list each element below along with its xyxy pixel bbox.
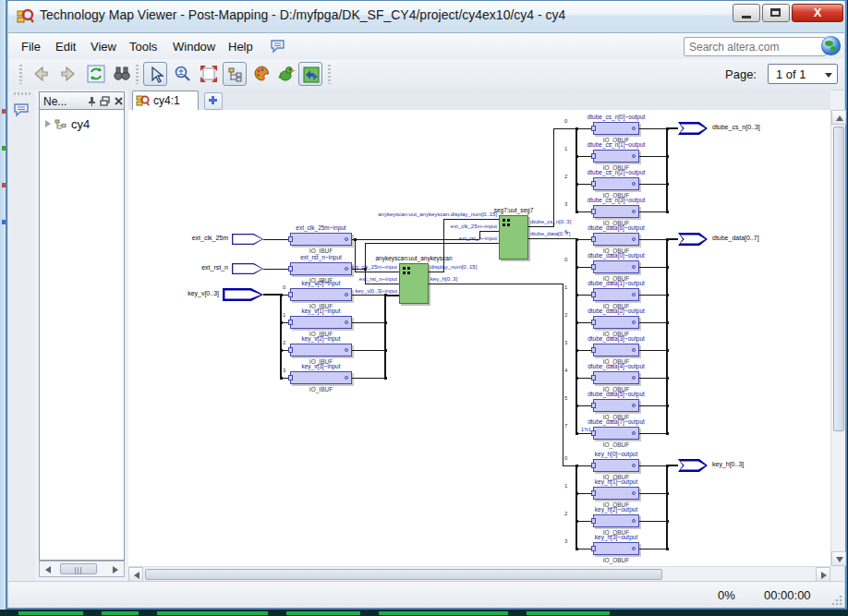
scroll-up-button[interactable] [831,110,846,125]
navigator-title: Ne... [43,95,67,108]
note-bubble-icon[interactable] [13,101,31,119]
title-bar[interactable]: Technology Map Viewer - Post-Mapping - D… [8,1,844,33]
io-buffer[interactable] [593,542,639,555]
bit-index-label: 2 [564,312,575,318]
canvas-vscrollbar[interactable] [830,110,845,566]
scroll-down-button[interactable] [831,551,846,566]
search-input[interactable] [684,37,826,56]
search-globe-icon[interactable] [821,36,841,55]
io-buffer[interactable] [290,371,352,384]
wire [479,231,499,232]
minimize-icon [742,16,751,18]
io-buffer[interactable] [593,487,639,500]
expand-arrow-icon[interactable] [45,120,51,127]
find-button[interactable] [110,62,134,86]
pan-view-button[interactable] [298,62,322,86]
scrollbar-thumb[interactable] [60,563,97,574]
maximize-icon [770,8,781,17]
buffer-input-stub [591,264,596,270]
io-buffer[interactable] [593,459,639,472]
toolbar-grip[interactable] [328,65,331,84]
progress-percent: 0% [718,588,735,602]
output-bus-pin[interactable] [678,122,708,135]
globe-land [830,46,836,51]
menu-view[interactable]: View [85,38,122,55]
toolbar-grip[interactable] [14,92,30,95]
close-button[interactable]: X [792,4,843,22]
io-buffer[interactable] [593,233,639,246]
output-bus-pin[interactable] [678,233,708,246]
menu-window[interactable]: Window [167,38,221,55]
zoom-tool-button[interactable] [171,62,195,86]
buffer-input-stub [591,181,596,187]
float-panel-icon[interactable] [99,95,111,107]
pin-body [680,124,705,132]
page-select[interactable]: 1 of 1 [768,64,838,84]
io-buffer[interactable] [593,399,639,412]
hierarchy-node-icon [55,118,67,131]
io-buffer[interactable] [290,316,352,329]
io-buffer[interactable] [593,427,639,440]
new-tab-button[interactable] [204,92,223,110]
selection-tool-button[interactable] [143,62,167,86]
io-buffer[interactable] [593,371,639,384]
pin-icon[interactable] [86,95,98,107]
scroll-right-icon[interactable] [113,566,118,574]
canvas-hscrollbar[interactable] [128,566,830,581]
forward-button[interactable] [56,62,80,86]
menu-file[interactable]: File [16,38,46,55]
io-buffer[interactable] [593,150,639,163]
scroll-left-button[interactable] [128,567,143,582]
io-buffer[interactable] [593,288,639,301]
menu-tools[interactable]: Tools [124,38,163,55]
toolbar-grip[interactable] [136,65,139,84]
background-page-sliver [0,610,848,616]
minimize-button[interactable] [733,4,760,22]
io-buffer[interactable] [290,344,352,356]
wire [639,493,667,494]
io-buffer[interactable] [593,344,639,356]
close-panel-icon[interactable] [113,95,125,107]
buffer-input-stub [288,236,293,242]
junction-dot [666,432,669,435]
io-buffer[interactable] [593,177,639,190]
navigator-header[interactable]: Ne... [39,91,125,110]
junction-dot [575,321,578,324]
buffer-type-label: IO_OBUF [551,441,681,448]
wire [365,243,499,244]
schematic-canvas[interactable]: ext_clk_25mext_clk_25m~inputIO_IBUFext_r… [128,110,830,566]
scrollbar-thumb[interactable] [833,127,844,431]
hierarchy-block[interactable] [399,263,429,304]
color-settings-button[interactable] [250,62,274,86]
io-buffer[interactable] [593,122,639,135]
navigator-hscrollbar[interactable] [39,561,125,577]
scroll-left-icon[interactable] [45,566,51,574]
input-pin[interactable] [232,234,263,245]
resize-grip[interactable] [831,595,842,606]
buffer-input-stub [591,320,596,325]
io-buffer[interactable] [593,260,639,273]
io-buffer[interactable] [593,316,639,329]
menu-edit[interactable]: Edit [50,38,81,55]
buffer-input-stub [591,546,596,551]
maximize-button[interactable] [762,4,790,22]
back-button[interactable] [29,62,53,86]
tab-cy4[interactable]: cy4:1 [132,91,199,110]
refresh-button[interactable] [84,62,108,86]
menu-help[interactable]: Help [223,38,259,55]
buffer-type-label: IO_OBUF [551,557,681,563]
bird-eye-view-button[interactable] [274,62,298,86]
hierarchy-block[interactable] [499,215,528,260]
fit-view-button[interactable] [197,62,221,86]
background-text-fragment [157,611,268,615]
bit-index-label: 2 [564,174,575,179]
scroll-right-button[interactable] [816,567,830,582]
toolbar-grip[interactable] [19,65,22,84]
hierarchy-list-button[interactable] [223,62,247,86]
io-buffer[interactable] [593,205,639,218]
feedback-bubble-icon[interactable] [270,38,286,54]
output-bus-pin[interactable] [678,459,708,472]
io-buffer[interactable] [593,514,639,527]
output-pin-label: key_h[0..3] [712,461,814,468]
scrollbar-thumb[interactable] [145,569,662,580]
